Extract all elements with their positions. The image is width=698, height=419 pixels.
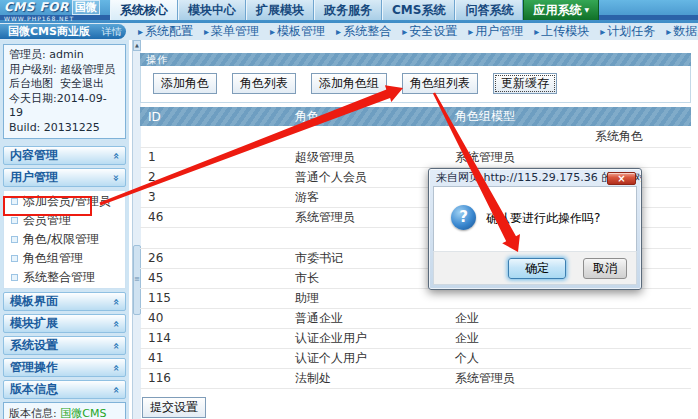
breadcrumb-item-database[interactable]: ▸数据库 bbox=[666, 23, 698, 40]
dialog-body: ? 确认要进行此操作吗? bbox=[433, 186, 637, 251]
breadcrumb-arrow-icon: ▸ bbox=[336, 26, 341, 37]
admin-line: 管理员: admin bbox=[9, 48, 120, 63]
tab-cms-system[interactable]: CMS系统 bbox=[382, 0, 455, 20]
column-header-role: 角色 bbox=[287, 107, 447, 126]
breadcrumb-arrow-icon: ▸ bbox=[204, 26, 209, 37]
sidebar-item-member-mgmt[interactable]: 会员管理 bbox=[4, 211, 125, 230]
breadcrumb-arrow-icon: ▸ bbox=[270, 26, 275, 37]
scrollbar-up-arrow[interactable]: ▲ bbox=[133, 40, 141, 51]
breadcrumb-arrow-icon: ▸ bbox=[138, 26, 143, 37]
operations-buttons: 添加角色 角色列表 添加角色组 角色组列表 更新缓存 bbox=[140, 66, 691, 103]
date-line: 今天日期:2014-09-19 bbox=[9, 92, 120, 121]
sitemap-link[interactable]: 后台地图 bbox=[9, 77, 53, 90]
breadcrumb-arrow-icon: ▸ bbox=[600, 26, 605, 37]
user-level: 超级管理员 bbox=[60, 63, 115, 76]
table-row: 1超级管理员系统管理员 bbox=[140, 147, 691, 167]
update-cache-button[interactable]: 更新缓存 bbox=[493, 73, 557, 94]
chevron-down-icon: ▼ bbox=[584, 6, 589, 13]
version-value: 国微CMS bbox=[60, 407, 106, 419]
table-row: 114认证企业用户企业 bbox=[140, 328, 691, 348]
submit-row: 提交设置 bbox=[142, 397, 691, 418]
sidebar-section-manage-ops[interactable]: 管理操作 « bbox=[3, 358, 126, 377]
chevron-up-icon: « bbox=[110, 152, 120, 159]
role-list-button[interactable]: 角色列表 bbox=[232, 73, 296, 94]
breadcrumb-item-upload-modules[interactable]: ▸上传模块 bbox=[534, 23, 589, 40]
admin-username: admin bbox=[49, 48, 83, 61]
breadcrumb-arrow-icon: ▸ bbox=[402, 26, 407, 37]
sidebar-item-role-permission-mgmt[interactable]: 角色/权限管理 bbox=[4, 230, 125, 249]
sidebar-section-system-settings[interactable]: 系统设置 « bbox=[3, 336, 126, 355]
build-number: 20131225 bbox=[44, 121, 100, 134]
app-logo: CMS FOR国微 WWW.PHP168.NET bbox=[4, 0, 110, 22]
sidebar-item-add-member-admin[interactable]: 添加会员/管理员 bbox=[4, 192, 125, 211]
column-header-role-group-model: 角色组模型 bbox=[447, 107, 691, 126]
breadcrumb-arrow-icon: ▸ bbox=[534, 26, 539, 37]
table-header-row: ID 角色 角色组模型 bbox=[140, 107, 691, 126]
breadcrumb-item-user-mgmt[interactable]: ▸用户管理 bbox=[468, 23, 523, 40]
logo-cn-text: 国微 bbox=[72, 0, 100, 15]
breadcrumb: ▸系统配置 ▸菜单管理 ▸模板管理 ▸系统整合 ▸安全设置 ▸用户管理 ▸上传模… bbox=[138, 23, 698, 40]
confirm-dialog: 来自网页 http://115.29.175.36 的确认对话框 × ? 确认要… bbox=[428, 168, 642, 290]
tab-system-core[interactable]: 系统核心 bbox=[110, 0, 178, 20]
version-info-box: 版本信息: 国微CMS 升级专区: 进入升级>> 商业专区: 售后服务>> 产品… bbox=[3, 402, 126, 419]
square-bullet-icon bbox=[11, 236, 18, 243]
sidebar-item-role-group-mgmt[interactable]: 角色组管理 bbox=[4, 249, 125, 268]
question-icon: ? bbox=[451, 205, 476, 230]
edition-label: 国微CMS商业版 bbox=[8, 25, 90, 38]
ok-button[interactable]: 确定 bbox=[508, 258, 566, 279]
role-group-list-button[interactable]: 角色组列表 bbox=[402, 73, 478, 94]
sidebar-section-user-mgmt[interactable]: 用户管理 « bbox=[3, 168, 126, 187]
square-bullet-icon bbox=[11, 255, 18, 262]
square-bullet-icon bbox=[11, 217, 18, 224]
breadcrumb-arrow-icon: ▸ bbox=[666, 26, 671, 37]
edition-badge: 国微CMS商业版 详情>> bbox=[0, 24, 126, 39]
sidebar-section-version-info[interactable]: 版本信息 « bbox=[3, 380, 126, 399]
group-header-row: 系统角色 bbox=[140, 126, 691, 147]
version-line: 版本信息: 国微CMS bbox=[9, 407, 120, 419]
admin-info-box: 管理员: admin 用户级别: 超级管理员 后台地图 安全退出 今天日期:20… bbox=[3, 44, 126, 139]
links-line: 后台地图 安全退出 bbox=[9, 77, 120, 92]
group-label-system-roles: 系统角色 bbox=[595, 129, 643, 143]
breadcrumb-item-security[interactable]: ▸安全设置 bbox=[402, 23, 457, 40]
sidebar-section-template-ui[interactable]: 模板界面 « bbox=[3, 292, 126, 311]
dialog-footer: 确定 取消 bbox=[433, 251, 637, 285]
close-icon[interactable]: × bbox=[607, 172, 636, 185]
chevron-down-icon: « bbox=[110, 174, 120, 181]
tab-qa-system[interactable]: 问答系统 bbox=[455, 0, 523, 20]
tab-application-system[interactable]: 应用系统▼ bbox=[523, 0, 599, 20]
user-mgmt-submenu: 添加会员/管理员 会员管理 角色/权限管理 角色组管理 系统整合管理 bbox=[3, 190, 126, 289]
breadcrumb-item-menu-mgmt[interactable]: ▸菜单管理 bbox=[204, 23, 259, 40]
tab-extension-modules[interactable]: 扩展模块 bbox=[246, 0, 314, 20]
chevron-up-icon: « bbox=[110, 364, 120, 371]
operations-panel: 操作 添加角色 角色列表 添加角色组 角色组列表 更新缓存 bbox=[140, 53, 691, 103]
cancel-button[interactable]: 取消 bbox=[583, 258, 627, 279]
table-row: 116法制处系统管理员 bbox=[140, 368, 691, 388]
chevron-up-icon: « bbox=[110, 298, 120, 305]
top-bar: CMS FOR国微 WWW.PHP168.NET 系统核心 模块中心 扩展模块 … bbox=[0, 0, 698, 23]
tab-module-center[interactable]: 模块中心 bbox=[178, 0, 246, 20]
chevron-up-icon: « bbox=[110, 342, 120, 349]
sidebar-section-module-extension[interactable]: 模块扩展 « bbox=[3, 314, 126, 333]
breadcrumb-item-system-integration[interactable]: ▸系统整合 bbox=[336, 23, 391, 40]
chevron-up-icon: « bbox=[110, 386, 120, 393]
level-line: 用户级别: 超级管理员 bbox=[9, 63, 120, 78]
breadcrumb-item-scheduled-tasks[interactable]: ▸计划任务 bbox=[600, 23, 655, 40]
sidebar: 管理员: admin 用户级别: 超级管理员 后台地图 安全退出 今天日期:20… bbox=[0, 40, 129, 419]
top-nav: 系统核心 模块中心 扩展模块 政务服务 CMS系统 问答系统 应用系统▼ bbox=[110, 0, 599, 20]
logo-url-text: WWW.PHP168.NET bbox=[4, 15, 110, 22]
build-line: Build: 20131225 bbox=[9, 121, 120, 136]
sidebar-section-content-mgmt[interactable]: 内容管理 « bbox=[3, 146, 126, 165]
submit-settings-button[interactable]: 提交设置 bbox=[142, 397, 206, 418]
sidebar-item-system-integration-mgmt[interactable]: 系统整合管理 bbox=[4, 268, 125, 287]
square-bullet-icon bbox=[11, 274, 18, 281]
tab-gov-services[interactable]: 政务服务 bbox=[314, 0, 382, 20]
add-role-group-button[interactable]: 添加角色组 bbox=[311, 73, 387, 94]
logo-text: CMS FOR bbox=[4, 0, 69, 14]
operations-panel-title: 操作 bbox=[140, 53, 691, 66]
breadcrumb-item-system-config[interactable]: ▸系统配置 bbox=[138, 23, 193, 40]
table-row: 115助理 bbox=[140, 288, 691, 308]
logout-link[interactable]: 安全退出 bbox=[60, 77, 104, 90]
square-bullet-icon bbox=[11, 198, 18, 205]
breadcrumb-item-template-mgmt[interactable]: ▸模板管理 bbox=[270, 23, 325, 40]
add-role-button[interactable]: 添加角色 bbox=[153, 73, 217, 94]
